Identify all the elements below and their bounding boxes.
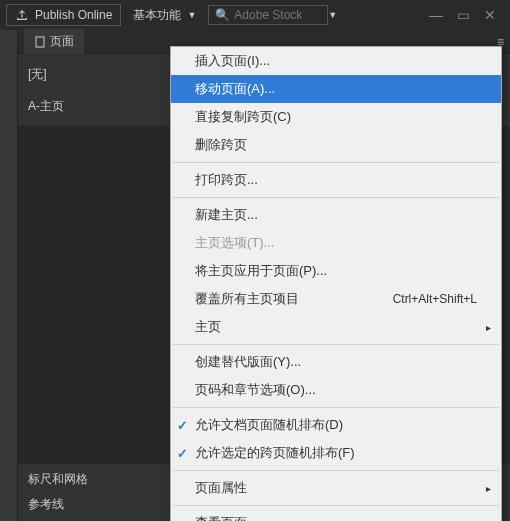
menu-apply-master[interactable]: 将主页应用于页面(P)...: [171, 257, 501, 285]
menu-separator: [173, 407, 499, 408]
workspace-label: 基本功能: [133, 7, 181, 24]
menu-view-pages[interactable]: 查看页面: [171, 509, 501, 521]
menu-numbering-options[interactable]: 页码和章节选项(O)...: [171, 376, 501, 404]
menu-separator: [173, 470, 499, 471]
minimize-icon[interactable]: —: [429, 7, 443, 23]
menu-main-pages[interactable]: 主页: [171, 313, 501, 341]
close-icon[interactable]: ✕: [484, 7, 496, 23]
ruler-grid-label: 标尺和网格: [28, 471, 88, 488]
panel-title: 页面: [50, 33, 74, 50]
app-topbar: Publish Online 基本功能 ▼ 🔍 ▼ — ▭ ✕: [0, 0, 510, 30]
stock-search[interactable]: 🔍 ▼: [208, 5, 328, 25]
search-icon: 🔍: [215, 8, 230, 22]
page-icon: [34, 36, 46, 48]
publish-online-button[interactable]: Publish Online: [6, 4, 121, 26]
shortcut-text: Ctrl+Alt+Shift+L: [393, 292, 477, 306]
chevron-down-icon: ▼: [328, 10, 337, 20]
svg-rect-0: [36, 37, 44, 47]
menu-move-pages[interactable]: 移动页面(A)...: [171, 75, 501, 103]
menu-duplicate-spread[interactable]: 直接复制跨页(C): [171, 103, 501, 131]
publish-label: Publish Online: [35, 8, 112, 22]
menu-print-spread[interactable]: 打印跨页...: [171, 166, 501, 194]
menu-separator: [173, 344, 499, 345]
menu-override-all[interactable]: 覆盖所有主页项目Ctrl+Alt+Shift+L: [171, 285, 501, 313]
guides-label: 参考线: [28, 496, 64, 513]
pages-tab[interactable]: 页面: [24, 29, 84, 54]
menu-new-master[interactable]: 新建主页...: [171, 201, 501, 229]
upload-icon: [15, 8, 29, 22]
menu-separator: [173, 505, 499, 506]
chevron-down-icon: ▼: [187, 10, 196, 20]
menu-separator: [173, 197, 499, 198]
pages-context-menu: 插入页面(I)... 移动页面(A)... 直接复制跨页(C) 删除跨页 打印跨…: [170, 46, 502, 521]
menu-allow-doc-shuffle[interactable]: 允许文档页面随机排布(D): [171, 411, 501, 439]
stock-search-input[interactable]: [234, 8, 324, 22]
menu-separator: [173, 162, 499, 163]
restore-icon[interactable]: ▭: [457, 7, 470, 23]
menu-master-options: 主页选项(T)...: [171, 229, 501, 257]
menu-create-alternate[interactable]: 创建替代版面(Y)...: [171, 348, 501, 376]
window-controls: — ▭ ✕: [429, 7, 504, 23]
menu-allow-selected-shuffle[interactable]: 允许选定的跨页随机排布(F): [171, 439, 501, 467]
workspace-switcher[interactable]: 基本功能 ▼: [129, 4, 200, 27]
menu-insert-pages[interactable]: 插入页面(I)...: [171, 47, 501, 75]
menu-delete-spread[interactable]: 删除跨页: [171, 131, 501, 159]
left-toolstrip: [0, 30, 18, 521]
menu-page-attributes[interactable]: 页面属性: [171, 474, 501, 502]
